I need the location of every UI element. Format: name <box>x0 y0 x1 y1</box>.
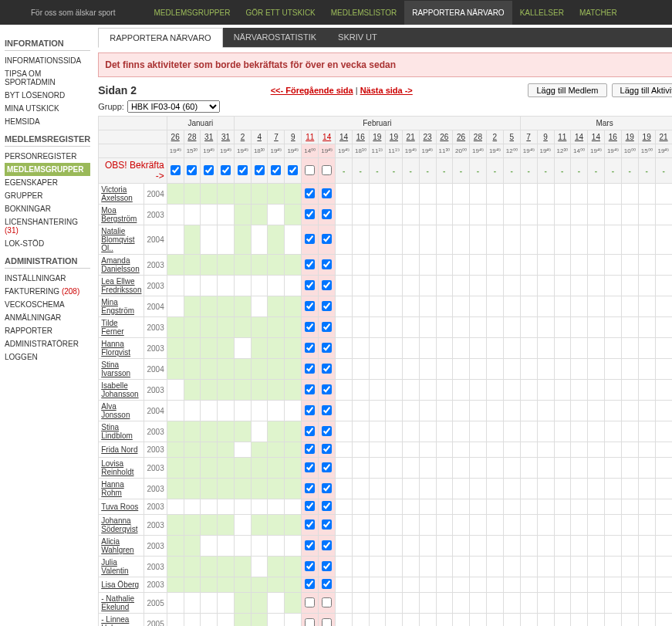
attendance-cell[interactable] <box>419 614 436 627</box>
attendance-cell[interactable] <box>604 225 621 255</box>
day-link[interactable]: 2 <box>493 133 498 141</box>
attendance-cell[interactable] <box>419 479 436 499</box>
attendance-cell[interactable] <box>268 577 285 593</box>
attendance-cell[interactable] <box>469 359 486 380</box>
confirm-checkbox[interactable] <box>171 165 181 175</box>
attendance-cell[interactable] <box>336 276 353 296</box>
side-link-loggen[interactable]: LOGGEN <box>5 350 90 364</box>
attendance-cell[interactable] <box>336 317 353 338</box>
attendance-cell[interactable] <box>587 184 604 205</box>
attendance-cell[interactable] <box>655 276 672 296</box>
attendance-cell[interactable] <box>604 380 621 401</box>
attendance-cell[interactable] <box>201 359 218 380</box>
attendance-cell[interactable] <box>638 614 655 627</box>
attendance-cell[interactable] <box>587 276 604 296</box>
attendance-cell[interactable] <box>604 338 621 359</box>
attendance-cell[interactable] <box>638 276 655 296</box>
attendance-cell[interactable] <box>268 536 285 557</box>
attendance-cell[interactable] <box>655 442 672 458</box>
attendance-cell[interactable] <box>571 479 588 499</box>
attendance-cell[interactable] <box>386 458 403 479</box>
attendance-cell[interactable] <box>469 317 486 338</box>
attendance-cell[interactable] <box>554 479 571 499</box>
attendance-checkbox[interactable] <box>305 188 315 198</box>
attendance-cell[interactable] <box>537 557 554 577</box>
attendance-cell[interactable] <box>218 577 235 593</box>
attendance-cell[interactable] <box>285 557 302 577</box>
attendance-cell[interactable] <box>386 317 403 338</box>
attendance-cell[interactable] <box>453 479 470 499</box>
attendance-cell[interactable] <box>402 515 419 536</box>
attendance-cell[interactable] <box>503 593 520 614</box>
attendance-cell[interactable] <box>520 205 537 225</box>
attendance-cell[interactable] <box>336 359 353 380</box>
attendance-cell[interactable] <box>604 593 621 614</box>
attendance-cell[interactable] <box>503 421 520 442</box>
attendance-cell[interactable] <box>520 225 537 255</box>
attendance-cell[interactable] <box>436 593 453 614</box>
attendance-cell[interactable] <box>184 205 201 225</box>
attendance-cell[interactable] <box>436 499 453 515</box>
attendance-cell[interactable] <box>453 276 470 296</box>
attendance-cell[interactable] <box>235 557 252 577</box>
attendance-cell[interactable] <box>201 458 218 479</box>
attendance-cell[interactable] <box>184 515 201 536</box>
member-link[interactable]: Lisa Öberg <box>101 580 139 589</box>
attendance-cell[interactable] <box>369 614 386 627</box>
attendance-checkbox[interactable] <box>322 444 332 454</box>
attendance-cell[interactable] <box>436 442 453 458</box>
attendance-cell[interactable] <box>251 614 268 627</box>
attendance-checkbox[interactable] <box>305 322 315 332</box>
attendance-checkbox[interactable] <box>305 384 315 394</box>
attendance-cell[interactable] <box>353 577 370 593</box>
attendance-cell[interactable] <box>369 499 386 515</box>
attendance-cell[interactable] <box>167 255 184 276</box>
attendance-cell[interactable] <box>402 276 419 296</box>
attendance-cell[interactable] <box>655 499 672 515</box>
attendance-cell[interactable] <box>386 536 403 557</box>
attendance-checkbox[interactable] <box>322 301 332 311</box>
attendance-cell[interactable] <box>336 255 353 276</box>
attendance-cell[interactable] <box>469 401 486 421</box>
attendance-cell[interactable] <box>486 515 503 536</box>
attendance-cell[interactable] <box>369 380 386 401</box>
attendance-cell[interactable] <box>285 442 302 458</box>
attendance-cell[interactable] <box>201 205 218 225</box>
topnav-matcher[interactable]: MATCHER <box>572 1 625 25</box>
attendance-cell[interactable] <box>554 536 571 557</box>
attendance-cell[interactable] <box>486 536 503 557</box>
attendance-cell[interactable] <box>285 614 302 627</box>
attendance-cell[interactable] <box>520 380 537 401</box>
attendance-cell[interactable] <box>369 593 386 614</box>
attendance-cell[interactable] <box>520 499 537 515</box>
attendance-cell[interactable] <box>503 536 520 557</box>
attendance-cell[interactable] <box>621 359 638 380</box>
attendance-cell[interactable] <box>268 184 285 205</box>
attendance-cell[interactable] <box>571 557 588 577</box>
attendance-cell[interactable] <box>469 296 486 317</box>
attendance-cell[interactable] <box>268 515 285 536</box>
attendance-cell[interactable] <box>537 380 554 401</box>
attendance-cell[interactable] <box>218 536 235 557</box>
attendance-cell[interactable] <box>537 205 554 225</box>
attendance-cell[interactable] <box>386 296 403 317</box>
attendance-cell[interactable] <box>469 338 486 359</box>
attendance-cell[interactable] <box>554 614 571 627</box>
attendance-cell[interactable] <box>235 359 252 380</box>
attendance-cell[interactable] <box>503 577 520 593</box>
attendance-cell[interactable] <box>285 593 302 614</box>
attendance-cell[interactable] <box>655 458 672 479</box>
attendance-cell[interactable] <box>554 577 571 593</box>
attendance-cell[interactable] <box>571 577 588 593</box>
attendance-cell[interactable] <box>587 380 604 401</box>
attendance-cell[interactable] <box>453 401 470 421</box>
attendance-cell[interactable] <box>201 499 218 515</box>
attendance-cell[interactable] <box>251 557 268 577</box>
attendance-cell[interactable] <box>251 317 268 338</box>
attendance-cell[interactable] <box>268 401 285 421</box>
attendance-cell[interactable] <box>235 225 252 255</box>
attendance-cell[interactable] <box>336 338 353 359</box>
attendance-cell[interactable] <box>621 499 638 515</box>
member-link[interactable]: - Linnea Hahne <box>101 615 129 626</box>
attendance-cell[interactable] <box>587 338 604 359</box>
